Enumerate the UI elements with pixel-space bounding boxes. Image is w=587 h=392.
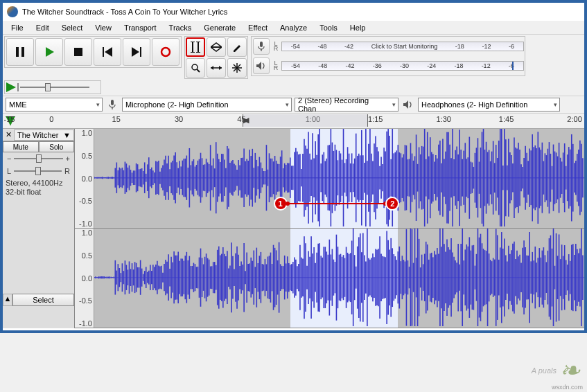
svg-point-18: [192, 64, 198, 70]
playback-level-meter[interactable]: -54 -48 -42 -36 -30 -24 -18 -12 -6: [281, 61, 524, 71]
menu-transport[interactable]: Transport: [119, 22, 162, 33]
waveform-right-fill: [94, 229, 584, 326]
track-close-button[interactable]: ✕: [3, 130, 14, 139]
recording-device-select[interactable]: Microphone (2- High Definition: [122, 98, 292, 112]
mic-icon: [105, 98, 119, 112]
svg-marker-22: [219, 66, 222, 70]
titlebar: The Witcher Soundtrack - Toss A Coin To …: [3, 3, 584, 21]
menu-tools[interactable]: Tools: [314, 22, 343, 33]
scrub-play-icon[interactable]: [6, 82, 16, 92]
waveform-left-fill: [94, 129, 584, 226]
menu-file[interactable]: File: [6, 22, 29, 33]
pan-slider[interactable]: LR: [3, 165, 74, 177]
mute-button[interactable]: Mute: [3, 141, 39, 152]
selection-tool-button[interactable]: [186, 37, 205, 57]
device-toolbar: MME Microphone (2- High Definition 2 (St…: [3, 96, 584, 114]
svg-marker-32: [403, 100, 408, 109]
selection-handles[interactable]: ◀▶: [243, 114, 368, 127]
menu-effect[interactable]: Effect: [243, 22, 273, 33]
track-name-dropdown[interactable]: The Witcher▼: [14, 130, 74, 141]
svg-marker-6: [132, 47, 139, 57]
timeshift-tool-button[interactable]: [207, 58, 226, 78]
track-format-info: Stereo, 44100Hz 32-bit float: [3, 177, 74, 198]
svg-rect-7: [140, 47, 141, 57]
track-select-button[interactable]: Select: [12, 294, 74, 306]
meters-toolbar: L R -54 -48 -42 Click to Start Monitorin…: [251, 36, 525, 76]
menu-edit[interactable]: Edit: [30, 22, 55, 33]
scrub-toolbar: [4, 80, 101, 94]
toolbar-area: L R -54 -48 -42 Click to Start Monitorin…: [3, 35, 584, 96]
app-window: The Witcher Soundtrack - Toss A Coin To …: [0, 0, 587, 333]
menubar: File Edit Select View Transport Tracks G…: [3, 21, 584, 35]
stop-button[interactable]: [64, 38, 92, 66]
zoom-tool-button[interactable]: [186, 58, 205, 78]
app-icon: [7, 6, 18, 17]
menu-analyze[interactable]: Analyze: [274, 22, 313, 33]
menu-view[interactable]: View: [89, 22, 117, 33]
rec-meter-mic-icon[interactable]: [253, 38, 270, 55]
lr-label-2: L R: [272, 61, 280, 71]
play-meter-speaker-icon[interactable]: [253, 57, 270, 74]
track-collapse-button[interactable]: ▲: [3, 294, 12, 306]
svg-marker-15: [211, 43, 222, 47]
leaf-icon: ❧: [559, 356, 580, 385]
menu-generate[interactable]: Generate: [198, 22, 241, 33]
timeline-ruler[interactable]: -15 0 15 30 45 1:00 1:15 1:30 1:45 2:00 …: [3, 114, 584, 129]
amplitude-scale-left: 1.00.50.0-0.5-1.0: [75, 129, 94, 228]
svg-marker-5: [105, 47, 112, 57]
play-button[interactable]: [35, 38, 63, 66]
gain-slider[interactable]: −+: [3, 152, 74, 165]
svg-marker-29: [256, 62, 261, 70]
record-button[interactable]: [152, 38, 179, 66]
timeline-ticks: -15 0 15 30 45 1:00 1:15 1:30 1:45 2:00 …: [15, 114, 584, 128]
tools-toolbar: [184, 36, 248, 79]
svg-rect-0: [16, 47, 19, 57]
window-title: The Witcher Soundtrack - Toss A Coin To …: [22, 8, 227, 16]
chevron-down-icon: ▼: [63, 131, 71, 139]
skip-start-button[interactable]: [94, 38, 121, 66]
multi-tool-button[interactable]: [227, 58, 247, 78]
source-text: wsxdn.com: [552, 384, 583, 391]
transport-toolbar: [4, 36, 182, 68]
speaker-icon: [401, 98, 415, 112]
playback-device-select[interactable]: Headphones (2- High Definition: [418, 98, 560, 112]
lr-label: L R: [272, 42, 280, 51]
svg-line-19: [197, 69, 200, 72]
watermark: A puals ❧: [532, 356, 580, 385]
record-level-meter[interactable]: -54 -48 -42 Click to Start Monitoring -1…: [281, 42, 524, 51]
solo-button[interactable]: Solo: [39, 141, 75, 152]
skip-end-button[interactable]: [123, 38, 150, 66]
pause-button[interactable]: [6, 38, 34, 66]
svg-rect-27: [260, 42, 263, 47]
menu-select[interactable]: Select: [56, 22, 89, 33]
scrub-speed-slider[interactable]: [20, 87, 89, 88]
svg-rect-4: [103, 47, 104, 57]
start-monitoring-text: Click to Start Monitoring: [371, 43, 438, 50]
track-area: ✕ The Witcher▼ Mute Solo −+ LR Stereo, 4…: [3, 129, 584, 328]
envelope-tool-button[interactable]: [207, 37, 226, 57]
svg-marker-2: [46, 47, 54, 57]
svg-rect-30: [111, 100, 114, 105]
draw-tool-button[interactable]: [227, 37, 247, 57]
svg-marker-21: [211, 66, 213, 70]
track-control-panel: ✕ The Witcher▼ Mute Solo −+ LR Stereo, 4…: [3, 129, 75, 328]
amplitude-scale-right: 1.00.50.0-0.5-1.0: [75, 229, 94, 328]
svg-marker-17: [234, 45, 240, 52]
menu-help[interactable]: Help: [344, 22, 371, 33]
menu-tracks[interactable]: Tracks: [164, 22, 198, 33]
waveform-area[interactable]: 1.00.50.0-0.5-1.0 1.00.50.0-0.5-1.0: [75, 129, 584, 328]
svg-point-8: [161, 48, 170, 56]
svg-rect-1: [21, 47, 24, 57]
recording-channels-select[interactable]: 2 (Stereo) Recording Chan: [295, 98, 398, 112]
audio-host-select[interactable]: MME: [6, 98, 103, 112]
svg-rect-3: [74, 48, 82, 56]
svg-marker-16: [211, 47, 222, 51]
